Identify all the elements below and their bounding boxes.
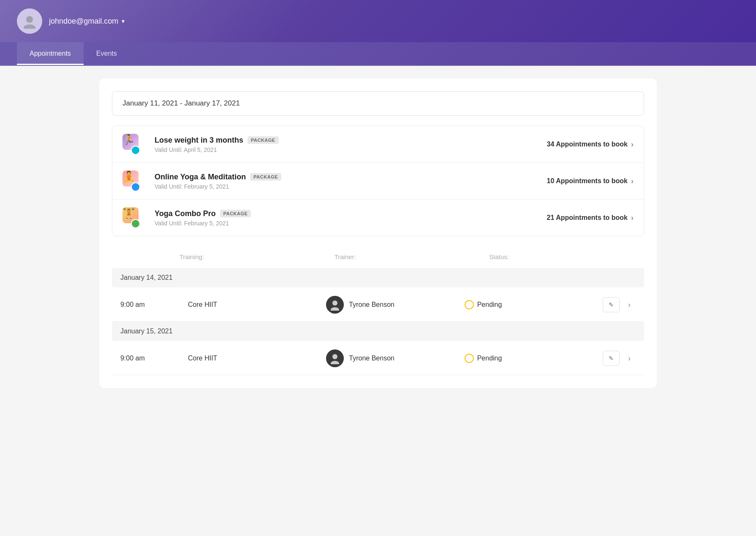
nav-button-1[interactable]: › — [623, 297, 636, 312]
package-name-2: Online Yoga & Meditation PACKAGE — [155, 173, 547, 181]
trainer-2: Tyrone Benson — [326, 349, 464, 367]
user-email-display[interactable]: johndoe@gmail.com ▾ — [49, 17, 125, 26]
trainer-avatar-1 — [326, 296, 344, 314]
tab-appointments[interactable]: Appointments — [17, 42, 84, 65]
svg-point-0 — [26, 16, 33, 23]
svg-point-1 — [24, 24, 35, 29]
package-validity-2: Valid Until: February 5, 2021 — [155, 183, 547, 190]
trainer-avatar-2 — [326, 349, 344, 367]
main-content: January 11, 2021 - January 17, 2021 🏃 Lo… — [99, 79, 657, 388]
package-name-3: Yoga Combo Pro PACKAGE — [155, 209, 547, 218]
date-group-jan15: January 15, 2021 — [112, 322, 644, 341]
email-text: johndoe@gmail.com — [49, 17, 118, 26]
dropdown-chevron: ▾ — [122, 18, 125, 24]
package-icons-1: 🏃 — [122, 134, 148, 155]
edit-button-1[interactable]: ✎ — [603, 297, 620, 312]
package-row-2[interactable]: 🧘 Online Yoga & Meditation PACKAGE Valid… — [112, 163, 644, 200]
training-2: Core HIIT — [188, 355, 326, 362]
status-text-2: Pending — [477, 355, 502, 362]
date-group-jan14: January 14, 2021 — [112, 268, 644, 287]
package-chevron-1: › — [631, 140, 634, 149]
col-status: Status: — [489, 253, 644, 260]
edit-button-2[interactable]: ✎ — [603, 351, 620, 366]
package-dot-3 — [131, 219, 140, 228]
col-time — [112, 253, 179, 260]
package-name-1: Lose weight in 3 months PACKAGE — [155, 136, 547, 145]
page-header: johndoe@gmail.com ▾ — [0, 0, 756, 42]
user-avatar — [17, 8, 42, 34]
package-badge-2: PACKAGE — [250, 173, 281, 181]
svg-point-3 — [331, 307, 339, 311]
package-validity-1: Valid Until: April 5, 2021 — [155, 146, 547, 153]
packages-list: 🏃 Lose weight in 3 months PACKAGE Valid … — [112, 126, 644, 236]
col-trainer: Trainer: — [334, 253, 489, 260]
package-badge-1: PACKAGE — [247, 136, 279, 144]
trainer-name-2: Tyrone Benson — [349, 355, 394, 362]
package-info-1: Lose weight in 3 months PACKAGE Valid Un… — [155, 136, 547, 153]
trainer-name-1: Tyrone Benson — [349, 301, 394, 309]
status-1: Pending — [465, 300, 603, 309]
date-range-text: January 11, 2021 - January 17, 2021 — [122, 99, 240, 107]
package-appointments-1: 34 Appointments to book › — [547, 140, 634, 149]
actions-1: ✎ › — [603, 297, 636, 312]
svg-point-4 — [332, 354, 337, 359]
status-circle-1 — [465, 300, 474, 309]
package-row-3[interactable]: 🏋️ Yoga Combo Pro PACKAGE Valid Until: F… — [112, 200, 644, 236]
schedule-row-2: 9:00 am Core HIIT Tyrone Benson Pending — [112, 342, 644, 375]
edit-icon-2: ✎ — [609, 355, 614, 362]
nav-button-2[interactable]: › — [623, 351, 636, 366]
trainer-1: Tyrone Benson — [326, 296, 464, 314]
package-dot-2 — [131, 182, 140, 192]
time-2: 9:00 am — [120, 355, 188, 362]
status-circle-2 — [465, 354, 474, 363]
svg-point-5 — [331, 361, 339, 364]
svg-point-2 — [332, 300, 337, 306]
edit-icon-1: ✎ — [609, 301, 614, 308]
package-dot-1 — [131, 146, 140, 155]
package-icons-3: 🏋️ — [122, 207, 148, 228]
package-appointments-2: 10 Appointments to book › — [547, 177, 634, 186]
date-range-bar[interactable]: January 11, 2021 - January 17, 2021 — [112, 91, 644, 116]
main-tabs: Appointments Events — [0, 42, 756, 66]
schedule-row-1: 9:00 am Core HIIT Tyrone Benson Pending — [112, 288, 644, 322]
package-info-2: Online Yoga & Meditation PACKAGE Valid U… — [155, 173, 547, 190]
actions-2: ✎ › — [603, 351, 636, 366]
status-2: Pending — [465, 354, 603, 363]
package-badge-3: PACKAGE — [220, 210, 251, 217]
package-chevron-3: › — [631, 214, 634, 222]
package-icons-2: 🧘 — [122, 171, 148, 192]
status-text-1: Pending — [477, 301, 502, 309]
schedule-table: Training: Trainer: Status: January 14, 2… — [112, 249, 644, 375]
package-chevron-2: › — [631, 177, 634, 186]
training-1: Core HIIT — [188, 301, 326, 309]
package-info-3: Yoga Combo Pro PACKAGE Valid Until: Febr… — [155, 209, 547, 227]
package-row-1[interactable]: 🏃 Lose weight in 3 months PACKAGE Valid … — [112, 126, 644, 163]
time-1: 9:00 am — [120, 301, 188, 309]
package-validity-3: Valid Until: February 5, 2021 — [155, 220, 547, 227]
tab-events[interactable]: Events — [84, 42, 130, 65]
col-training: Training: — [179, 253, 334, 260]
schedule-header: Training: Trainer: Status: — [112, 249, 644, 265]
package-appointments-3: 21 Appointments to book › — [547, 214, 634, 222]
